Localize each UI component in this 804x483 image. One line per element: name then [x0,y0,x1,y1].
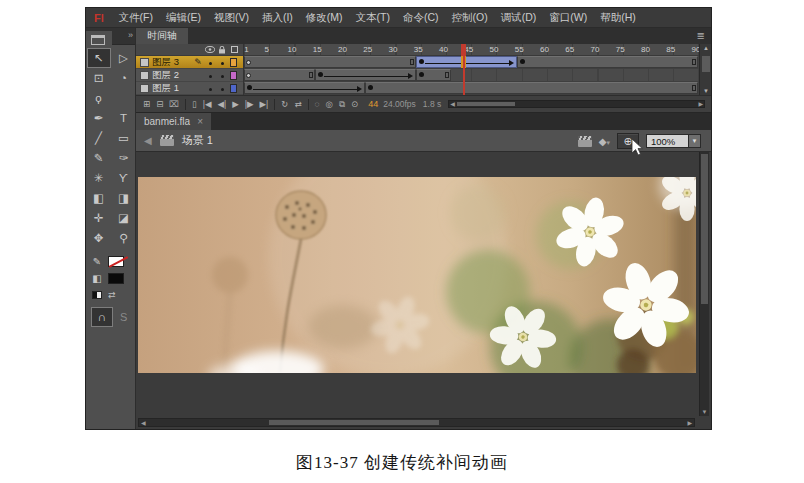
outline-all-layers-icon[interactable] [228,46,240,53]
scrollbar-thumb[interactable] [457,102,515,106]
timeline-horizontal-scrollbar[interactable]: ◀ ▶ [448,100,705,108]
scroll-right-icon[interactable]: ▶ [687,419,692,427]
frame-span[interactable] [244,82,365,94]
deco-tool[interactable]: ✳ [88,169,110,187]
menu-item[interactable]: 窗口(W) [543,8,594,27]
lock-all-layers-icon[interactable] [216,46,228,54]
rectangle-tool[interactable]: ▭ [113,129,135,147]
selection-tool[interactable]: ↖ [88,49,110,67]
stage-vertical-scrollbar[interactable]: ▼ [699,152,709,416]
frame-span[interactable] [416,56,517,68]
timeline-vertical-scrollbar[interactable]: ▲ ▼ [699,44,711,95]
layer-lock-dot[interactable] [216,82,228,94]
eyedropper-tool[interactable]: ✛ [88,209,110,227]
frame-span[interactable] [416,69,451,81]
subselection-tool[interactable]: ▷ [113,49,135,67]
onion-outline-icon[interactable]: ◎ [323,99,336,109]
default-colors-button[interactable] [92,291,102,299]
playhead-line[interactable] [463,55,465,95]
menu-item[interactable]: 文本(T) [349,8,396,27]
scene-name[interactable]: 场景 1 [182,133,213,148]
delete-layer-icon[interactable]: ⌧ [166,99,182,109]
step-forward-icon[interactable]: |▶ [242,99,257,109]
onion-skin-icon[interactable]: ◌ [312,99,323,109]
panel-menu-icon[interactable]: ≣ [697,30,705,41]
hand-tool[interactable]: ✥ [88,229,110,247]
layer-row[interactable]: 图层 3✎ [136,56,243,69]
scrollbar-thumb[interactable] [269,420,439,425]
modify-markers-icon[interactable]: ⊙ [348,99,361,109]
tool-option-icon[interactable]: S [120,311,127,323]
layer-row[interactable]: 图层 2 [136,69,243,82]
loop-icon[interactable]: ↻ [278,99,291,109]
zoom-tool[interactable]: ⚲ [113,229,135,247]
frame-span[interactable] [517,56,699,68]
frame-span[interactable] [315,69,416,81]
layer-visible-dot[interactable] [204,69,216,81]
menu-item[interactable]: 控制(O) [445,8,494,27]
scroll-down-icon[interactable]: ▼ [700,88,712,94]
menu-item[interactable]: 调试(D) [494,8,543,27]
scrollbar-thumb[interactable] [702,56,710,72]
show-hide-all-layers-icon[interactable] [204,46,216,53]
scroll-right-icon[interactable]: ▶ [698,100,703,107]
go-last-frame-icon[interactable]: ▶| [257,99,272,109]
scroll-left-icon[interactable]: ◀ [450,100,455,107]
fill-color-swatch[interactable] [108,273,124,284]
tools-panel-tab[interactable] [86,31,112,45]
lasso-tool[interactable]: ϙ [88,89,110,107]
scroll-left-icon[interactable]: ◀ [141,419,146,427]
scroll-down-icon[interactable]: ▼ [700,409,709,415]
close-document-icon[interactable]: × [197,113,203,130]
layer-lock-dot[interactable] [216,69,228,81]
menu-item[interactable]: 命令(C) [397,8,446,27]
stage-horizontal-scrollbar[interactable]: ◀ ▶ [138,418,695,427]
menu-item[interactable]: 文件(F) [112,8,159,27]
go-first-frame-icon[interactable]: |◀ [200,99,215,109]
frame-span[interactable] [365,82,698,94]
layer-frames-row[interactable] [244,82,699,95]
pen-tool[interactable]: ✒ [88,109,110,127]
center-frame-icon[interactable]: ▯ [189,99,200,109]
stage-photo-banner[interactable] [138,177,696,373]
text-tool[interactable]: T [113,109,135,127]
layer-frames-row[interactable] [244,69,699,82]
pencil-tool[interactable]: ✎ [88,149,110,167]
line-tool[interactable]: ╱ [88,129,110,147]
layer-visible-dot[interactable] [204,56,216,68]
frame-span[interactable] [244,56,416,68]
ink-bottle-tool[interactable]: ◨ [113,189,135,207]
scroll-up-icon[interactable]: ▲ [700,45,712,51]
edit-multiple-frames-icon[interactable]: ⧉ [336,99,348,110]
scrollbar-thumb[interactable] [701,154,708,304]
free-transform-tool[interactable]: ⊡ [88,69,110,87]
3d-rotation-tool[interactable]: ◔ [113,69,135,87]
snap-to-objects-button[interactable]: ∩ [92,308,112,326]
paint-bucket-tool[interactable]: ◧ [88,189,110,207]
play-icon[interactable]: ▶ [229,99,242,109]
brush-tool[interactable]: ✑ [113,149,135,167]
new-folder-icon[interactable]: ⊟ [153,99,166,109]
zoom-dropdown-icon[interactable]: ▼ [688,134,701,148]
layer-lock-dot[interactable] [216,56,228,68]
layer-row[interactable]: 图层 1 [136,82,243,95]
back-button[interactable]: ◀ [144,135,152,146]
bone-tool[interactable]: Ƴ [113,169,135,187]
eraser-tool[interactable]: ◪ [113,209,135,227]
zoom-level-select[interactable]: 100% ▼ [646,134,701,148]
layer-visible-dot[interactable] [204,82,216,94]
menu-item[interactable]: 插入(I) [255,8,299,27]
swap-colors-button[interactable]: ⇄ [108,290,116,300]
tab-timeline[interactable]: 时间轴 [136,28,188,44]
menu-item[interactable]: 帮助(H) [594,8,643,27]
menu-item[interactable]: 编辑(E) [159,8,207,27]
stage-area[interactable]: ◀ ▶ ▼ [136,152,711,429]
menu-item[interactable]: 视图(V) [207,8,255,27]
collapse-panel-icon[interactable]: » [128,30,133,40]
document-tab[interactable]: banmei.fla × [136,113,211,130]
edit-symbol-button[interactable]: ◆▾ [599,136,610,147]
stroke-color-swatch[interactable] [108,256,124,267]
edit-scene-button[interactable] [578,136,592,147]
frame-span[interactable] [244,69,315,81]
flip-frames-icon[interactable]: ⇄ [291,99,304,109]
